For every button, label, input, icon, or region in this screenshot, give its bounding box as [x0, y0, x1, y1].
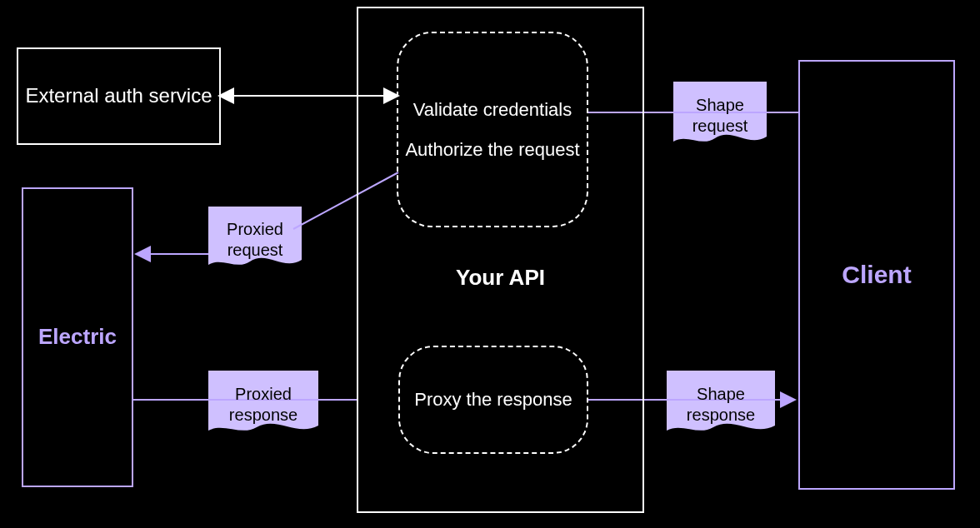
edge-label-proxied-response: Proxied response — [208, 371, 318, 439]
edge-label-shape-response: Shape response — [667, 371, 775, 439]
node-validate-authorize: Validate credentials Authorize the reque… — [397, 32, 588, 227]
edge-label-proxied-request: Proxied request — [208, 207, 302, 273]
proxied-request-label: Proxied request — [208, 219, 302, 261]
electric-label: Electric — [38, 322, 117, 351]
shape-request-label: Shape request — [673, 95, 767, 137]
node-electric: Electric — [22, 187, 133, 487]
external-auth-label: External auth service — [25, 82, 212, 109]
node-proxy-response: Proxy the response — [398, 346, 588, 454]
edge-label-shape-request: Shape request — [673, 82, 767, 150]
shape-response-label: Shape response — [667, 384, 775, 426]
authorize-request-label: Authorize the request — [405, 137, 579, 162]
validate-credentials-label: Validate credentials — [413, 97, 572, 122]
proxied-response-label: Proxied response — [208, 384, 318, 426]
node-client: Client — [798, 60, 955, 490]
your-api-title: Your API — [357, 265, 644, 291]
client-label: Client — [842, 258, 911, 292]
proxy-response-label: Proxy the response — [414, 387, 572, 412]
node-external-auth: External auth service — [17, 47, 221, 145]
